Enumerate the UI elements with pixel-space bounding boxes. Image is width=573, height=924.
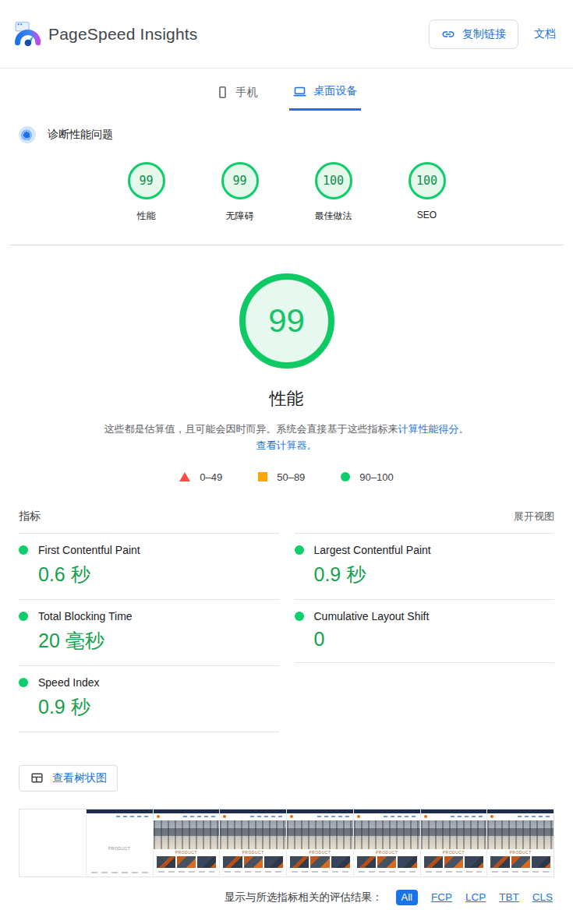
green-dot-icon [295, 612, 304, 621]
metrics-section: 指标 展开视图 First Contentful Paint 0.6 秒 Tot… [0, 510, 573, 732]
score-legend: 0–49 50–89 90–100 [0, 471, 573, 483]
bottom-whitespace [0, 905, 573, 924]
metric-lcp: Largest Contentful Paint 0.9 秒 [295, 533, 555, 599]
metrics-left-column: First Contentful Paint 0.6 秒 Total Block… [19, 533, 279, 732]
metric-value: 0.6 秒 [38, 562, 279, 587]
green-circle-icon [341, 472, 350, 481]
metric-tbt: Total Blocking Time 20 毫秒 [19, 599, 279, 665]
filter-tbt-link[interactable]: TBT [499, 891, 519, 903]
score-circle: 99 [128, 162, 165, 199]
filter-cls-link[interactable]: CLS [532, 891, 553, 903]
metric-filter-row: 显示与所选指标相关的评估结果： All FCP LCP TBT CLS [20, 890, 553, 905]
score-label: SEO [417, 210, 437, 220]
metric-value: 20 毫秒 [38, 628, 279, 654]
analyze-row: 诊断性能问题 [0, 111, 573, 148]
filter-fcp-link[interactable]: FCP [431, 891, 452, 903]
score-label: 最佳做法 [315, 210, 352, 223]
pagespeed-logo-icon [14, 21, 41, 48]
filmstrip-frame: PRODUCT [87, 809, 154, 876]
tab-desktop[interactable]: 桌面设备 [289, 79, 361, 111]
metric-name: Total Blocking Time [38, 610, 133, 622]
filter-label: 显示与所选指标相关的评估结果： [225, 890, 383, 905]
tab-mobile[interactable]: 手机 [213, 79, 261, 111]
metric-name: First Contentful Paint [38, 544, 140, 556]
treemap-label: 查看树状图 [52, 771, 107, 785]
filmstrip-frame: PRODUCT [154, 809, 221, 876]
metrics-title: 指标 [19, 510, 41, 524]
score-label: 性能 [137, 210, 156, 223]
score-label: 无障碍 [226, 210, 254, 223]
red-triangle-icon [179, 472, 190, 481]
gauge-description: 这些都是估算值，且可能会因时而异。系统会直接基于这些指标来计算性能得分。 查看计… [102, 421, 472, 454]
score-performance[interactable]: 99 性能 [117, 162, 176, 223]
treemap-icon [30, 771, 44, 785]
legend-poor: 0–49 [179, 471, 222, 483]
score-circle: 100 [315, 162, 352, 199]
orange-square-icon [258, 472, 267, 481]
score-best-practices[interactable]: 100 最佳做法 [304, 162, 363, 223]
metric-name: Cumulative Layout Shift [314, 610, 430, 622]
metric-name: Speed Index [38, 676, 100, 689]
performance-gauge: 99 [239, 273, 334, 369]
legend-average: 50–89 [258, 471, 305, 483]
link-icon [441, 27, 455, 41]
copy-link-button[interactable]: 复制链接 [429, 19, 518, 49]
filmstrip-frame: PRODUCT [421, 809, 488, 876]
brand[interactable]: PageSpeed Insights [14, 21, 198, 48]
filmstrip-frame: PRODUCT [487, 809, 554, 876]
legend-range: 0–49 [200, 471, 222, 483]
filmstrip-frame [19, 809, 87, 876]
app-header: PageSpeed Insights 复制链接 文档 [0, 0, 573, 69]
desc-text: 这些都是估算值，且可能会因时而异。系统会直接基于这些指标来 [104, 423, 398, 435]
metric-value: 0.9 秒 [314, 562, 555, 587]
green-dot-icon [295, 545, 304, 555]
phone-icon [216, 86, 229, 99]
page-title: PageSpeed Insights [48, 25, 198, 44]
score-circle: 99 [221, 162, 259, 199]
gauge-score: 99 [268, 302, 305, 340]
filmstrip-frame: PRODUCT [220, 809, 287, 876]
metric-cls: Cumulative Layout Shift 0 [295, 599, 555, 663]
score-circle: 100 [409, 162, 446, 199]
filter-all-chip[interactable]: All [396, 890, 418, 905]
tab-desktop-label: 桌面设备 [314, 84, 358, 98]
view-treemap-button[interactable]: 查看树状图 [19, 765, 118, 792]
legend-range: 50–89 [277, 471, 305, 483]
filmstrip-frame: PRODUCT [287, 809, 354, 876]
green-dot-icon [19, 545, 28, 555]
expand-view-link[interactable]: 展开视图 [514, 510, 554, 524]
green-dot-icon [19, 678, 28, 687]
metric-fcp: First Contentful Paint 0.6 秒 [19, 533, 279, 599]
desktop-icon [292, 85, 307, 98]
tab-mobile-label: 手机 [236, 86, 258, 100]
diagnose-radio-icon[interactable] [19, 126, 36, 143]
legend-good: 90–100 [341, 471, 393, 483]
metrics-right-column: Largest Contentful Paint 0.9 秒 Cumulativ… [295, 533, 555, 732]
calc-score-link[interactable]: 计算性能得分。 [398, 423, 469, 435]
metric-value: 0 [314, 628, 555, 651]
diagnose-label: 诊断性能问题 [48, 128, 113, 142]
score-seo[interactable]: 100 SEO [398, 162, 457, 223]
docs-link[interactable]: 文档 [534, 27, 556, 41]
filter-lcp-link[interactable]: LCP [465, 891, 486, 903]
device-tabs: 手机 桌面设备 [0, 69, 573, 111]
performance-gauge-section: 99 性能 这些都是估算值，且可能会因时而异。系统会直接基于这些指标来计算性能得… [0, 245, 573, 483]
score-accessibility[interactable]: 99 无障碍 [210, 162, 270, 223]
copy-link-label: 复制链接 [462, 27, 506, 41]
metric-si: Speed Index 0.9 秒 [19, 665, 279, 732]
metric-name: Largest Contentful Paint [314, 544, 431, 556]
score-summary: 99 性能 99 无障碍 100 最佳做法 100 SEO [0, 148, 573, 229]
legend-range: 90–100 [359, 471, 393, 483]
filmstrip: PRODUCT PRODUCT PRODUCT PRODUCT PRODUCT [19, 809, 554, 877]
gauge-label: 性能 [0, 387, 573, 411]
metric-value: 0.9 秒 [38, 694, 279, 720]
green-dot-icon [19, 612, 28, 621]
view-calculator-link[interactable]: 查看计算器。 [256, 439, 317, 451]
filmstrip-frame: PRODUCT [354, 809, 421, 876]
